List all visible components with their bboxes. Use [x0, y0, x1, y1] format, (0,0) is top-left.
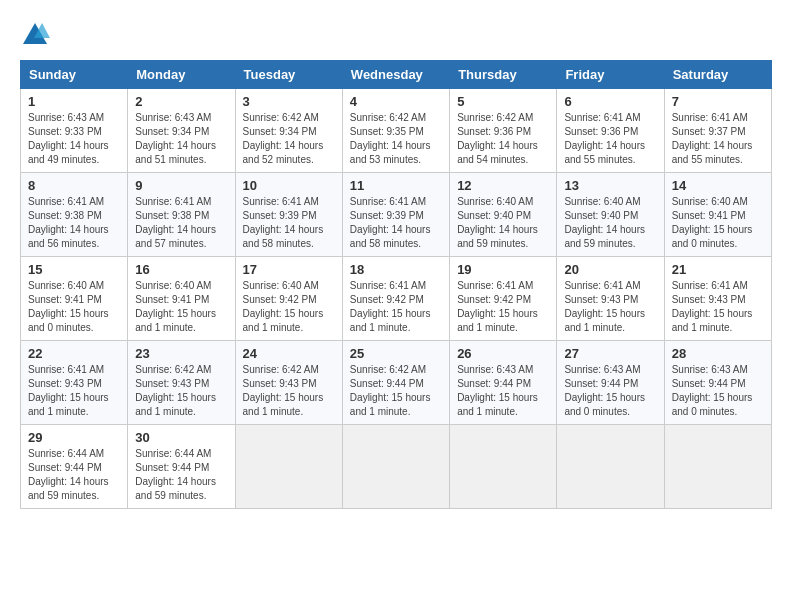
calendar-cell: 16Sunrise: 6:40 AM Sunset: 9:41 PM Dayli…: [128, 257, 235, 341]
week-row-2: 8Sunrise: 6:41 AM Sunset: 9:38 PM Daylig…: [21, 173, 772, 257]
day-info: Sunrise: 6:42 AM Sunset: 9:34 PM Dayligh…: [243, 111, 335, 167]
logo: [20, 20, 54, 50]
day-info: Sunrise: 6:41 AM Sunset: 9:43 PM Dayligh…: [564, 279, 656, 335]
calendar-cell: 6Sunrise: 6:41 AM Sunset: 9:36 PM Daylig…: [557, 89, 664, 173]
day-info: Sunrise: 6:41 AM Sunset: 9:37 PM Dayligh…: [672, 111, 764, 167]
calendar-cell: 27Sunrise: 6:43 AM Sunset: 9:44 PM Dayli…: [557, 341, 664, 425]
day-header-tuesday: Tuesday: [235, 61, 342, 89]
calendar-cell: 1Sunrise: 6:43 AM Sunset: 9:33 PM Daylig…: [21, 89, 128, 173]
day-number: 24: [243, 346, 335, 361]
day-number: 11: [350, 178, 442, 193]
day-number: 19: [457, 262, 549, 277]
day-number: 2: [135, 94, 227, 109]
day-number: 30: [135, 430, 227, 445]
calendar-cell: 10Sunrise: 6:41 AM Sunset: 9:39 PM Dayli…: [235, 173, 342, 257]
day-number: 27: [564, 346, 656, 361]
calendar-cell: 3Sunrise: 6:42 AM Sunset: 9:34 PM Daylig…: [235, 89, 342, 173]
calendar-cell: 12Sunrise: 6:40 AM Sunset: 9:40 PM Dayli…: [450, 173, 557, 257]
day-number: 20: [564, 262, 656, 277]
day-number: 21: [672, 262, 764, 277]
day-info: Sunrise: 6:41 AM Sunset: 9:39 PM Dayligh…: [350, 195, 442, 251]
calendar-cell: 11Sunrise: 6:41 AM Sunset: 9:39 PM Dayli…: [342, 173, 449, 257]
day-number: 6: [564, 94, 656, 109]
day-number: 5: [457, 94, 549, 109]
calendar-cell: 15Sunrise: 6:40 AM Sunset: 9:41 PM Dayli…: [21, 257, 128, 341]
calendar-cell: 20Sunrise: 6:41 AM Sunset: 9:43 PM Dayli…: [557, 257, 664, 341]
day-header-wednesday: Wednesday: [342, 61, 449, 89]
day-info: Sunrise: 6:43 AM Sunset: 9:33 PM Dayligh…: [28, 111, 120, 167]
calendar-cell: 8Sunrise: 6:41 AM Sunset: 9:38 PM Daylig…: [21, 173, 128, 257]
day-number: 28: [672, 346, 764, 361]
calendar-cell: 28Sunrise: 6:43 AM Sunset: 9:44 PM Dayli…: [664, 341, 771, 425]
day-info: Sunrise: 6:42 AM Sunset: 9:35 PM Dayligh…: [350, 111, 442, 167]
calendar-cell: 30Sunrise: 6:44 AM Sunset: 9:44 PM Dayli…: [128, 425, 235, 509]
day-info: Sunrise: 6:42 AM Sunset: 9:43 PM Dayligh…: [135, 363, 227, 419]
calendar-body: 1Sunrise: 6:43 AM Sunset: 9:33 PM Daylig…: [21, 89, 772, 509]
calendar-header-row: SundayMondayTuesdayWednesdayThursdayFrid…: [21, 61, 772, 89]
day-info: Sunrise: 6:41 AM Sunset: 9:39 PM Dayligh…: [243, 195, 335, 251]
calendar-cell: 24Sunrise: 6:42 AM Sunset: 9:43 PM Dayli…: [235, 341, 342, 425]
day-info: Sunrise: 6:40 AM Sunset: 9:40 PM Dayligh…: [564, 195, 656, 251]
day-header-thursday: Thursday: [450, 61, 557, 89]
day-number: 4: [350, 94, 442, 109]
header: [20, 20, 772, 50]
week-row-1: 1Sunrise: 6:43 AM Sunset: 9:33 PM Daylig…: [21, 89, 772, 173]
day-number: 12: [457, 178, 549, 193]
day-number: 9: [135, 178, 227, 193]
day-info: Sunrise: 6:42 AM Sunset: 9:43 PM Dayligh…: [243, 363, 335, 419]
calendar-cell: 19Sunrise: 6:41 AM Sunset: 9:42 PM Dayli…: [450, 257, 557, 341]
day-number: 18: [350, 262, 442, 277]
day-info: Sunrise: 6:40 AM Sunset: 9:41 PM Dayligh…: [135, 279, 227, 335]
week-row-5: 29Sunrise: 6:44 AM Sunset: 9:44 PM Dayli…: [21, 425, 772, 509]
day-number: 14: [672, 178, 764, 193]
day-info: Sunrise: 6:43 AM Sunset: 9:34 PM Dayligh…: [135, 111, 227, 167]
day-info: Sunrise: 6:40 AM Sunset: 9:41 PM Dayligh…: [672, 195, 764, 251]
calendar-cell: 29Sunrise: 6:44 AM Sunset: 9:44 PM Dayli…: [21, 425, 128, 509]
calendar-cell: 14Sunrise: 6:40 AM Sunset: 9:41 PM Dayli…: [664, 173, 771, 257]
calendar-cell: [664, 425, 771, 509]
day-info: Sunrise: 6:44 AM Sunset: 9:44 PM Dayligh…: [135, 447, 227, 503]
calendar-cell: [342, 425, 449, 509]
calendar-table: SundayMondayTuesdayWednesdayThursdayFrid…: [20, 60, 772, 509]
day-info: Sunrise: 6:43 AM Sunset: 9:44 PM Dayligh…: [672, 363, 764, 419]
day-number: 8: [28, 178, 120, 193]
day-number: 15: [28, 262, 120, 277]
day-number: 1: [28, 94, 120, 109]
day-number: 17: [243, 262, 335, 277]
day-number: 22: [28, 346, 120, 361]
calendar-cell: [450, 425, 557, 509]
day-info: Sunrise: 6:41 AM Sunset: 9:42 PM Dayligh…: [350, 279, 442, 335]
day-number: 13: [564, 178, 656, 193]
calendar-cell: 5Sunrise: 6:42 AM Sunset: 9:36 PM Daylig…: [450, 89, 557, 173]
day-info: Sunrise: 6:44 AM Sunset: 9:44 PM Dayligh…: [28, 447, 120, 503]
calendar-cell: 21Sunrise: 6:41 AM Sunset: 9:43 PM Dayli…: [664, 257, 771, 341]
day-info: Sunrise: 6:43 AM Sunset: 9:44 PM Dayligh…: [564, 363, 656, 419]
calendar-cell: 17Sunrise: 6:40 AM Sunset: 9:42 PM Dayli…: [235, 257, 342, 341]
day-header-monday: Monday: [128, 61, 235, 89]
day-number: 23: [135, 346, 227, 361]
day-header-sunday: Sunday: [21, 61, 128, 89]
day-number: 10: [243, 178, 335, 193]
day-info: Sunrise: 6:41 AM Sunset: 9:36 PM Dayligh…: [564, 111, 656, 167]
day-number: 7: [672, 94, 764, 109]
calendar-cell: 25Sunrise: 6:42 AM Sunset: 9:44 PM Dayli…: [342, 341, 449, 425]
calendar-cell: 22Sunrise: 6:41 AM Sunset: 9:43 PM Dayli…: [21, 341, 128, 425]
day-info: Sunrise: 6:41 AM Sunset: 9:38 PM Dayligh…: [28, 195, 120, 251]
day-info: Sunrise: 6:41 AM Sunset: 9:43 PM Dayligh…: [28, 363, 120, 419]
day-number: 25: [350, 346, 442, 361]
day-number: 16: [135, 262, 227, 277]
calendar-cell: 7Sunrise: 6:41 AM Sunset: 9:37 PM Daylig…: [664, 89, 771, 173]
day-header-saturday: Saturday: [664, 61, 771, 89]
calendar-cell: 4Sunrise: 6:42 AM Sunset: 9:35 PM Daylig…: [342, 89, 449, 173]
week-row-3: 15Sunrise: 6:40 AM Sunset: 9:41 PM Dayli…: [21, 257, 772, 341]
day-number: 3: [243, 94, 335, 109]
day-info: Sunrise: 6:43 AM Sunset: 9:44 PM Dayligh…: [457, 363, 549, 419]
day-info: Sunrise: 6:41 AM Sunset: 9:38 PM Dayligh…: [135, 195, 227, 251]
day-info: Sunrise: 6:40 AM Sunset: 9:42 PM Dayligh…: [243, 279, 335, 335]
week-row-4: 22Sunrise: 6:41 AM Sunset: 9:43 PM Dayli…: [21, 341, 772, 425]
calendar-cell: 9Sunrise: 6:41 AM Sunset: 9:38 PM Daylig…: [128, 173, 235, 257]
calendar-cell: 18Sunrise: 6:41 AM Sunset: 9:42 PM Dayli…: [342, 257, 449, 341]
day-number: 26: [457, 346, 549, 361]
calendar-cell: [235, 425, 342, 509]
day-info: Sunrise: 6:41 AM Sunset: 9:43 PM Dayligh…: [672, 279, 764, 335]
